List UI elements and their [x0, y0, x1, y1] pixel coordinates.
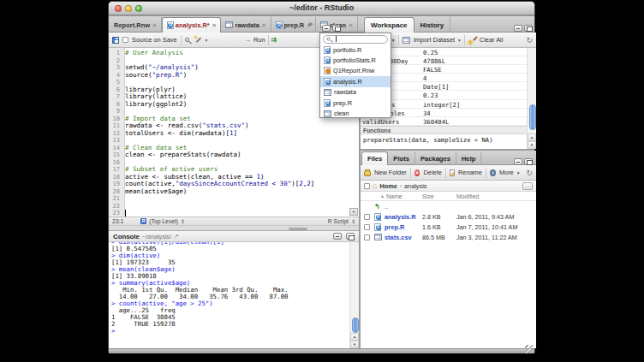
console-output[interactable]: > dim(active)[1]/dim(clean)[1][1] 0.5475… [109, 242, 359, 348]
scroll-up-icon[interactable] [528, 134, 536, 141]
search-icon[interactable] [185, 38, 189, 42]
run-arrow-icon[interactable] [244, 36, 251, 44]
minimize-pane-icon[interactable] [514, 25, 522, 32]
clear-all-broom-icon[interactable] [468, 36, 476, 44]
file-checkbox[interactable] [364, 224, 370, 230]
file-name[interactable]: stats.csv [385, 234, 412, 241]
dropdown-item[interactable]: clean [320, 108, 391, 118]
new-folder-button[interactable]: New Folder [374, 169, 407, 176]
minimize-pane-icon[interactable] [514, 158, 522, 165]
rename-icon[interactable] [450, 169, 455, 176]
minimize-pane-icon[interactable] [322, 25, 331, 32]
scroll-up-icon[interactable] [350, 333, 359, 341]
console-scrollbar[interactable] [349, 242, 359, 348]
file-row[interactable]: Ranalysis.R2.8 KBJan 6, 2011, 9:43 AM [361, 211, 536, 222]
source-on-save-checkbox[interactable] [122, 37, 128, 43]
tab-packages[interactable]: Packages [415, 151, 456, 165]
maximize-pane-icon[interactable] [524, 25, 533, 32]
files-breadcrumb: Home analysis [361, 181, 536, 192]
tab-plots[interactable]: Plots [388, 151, 415, 165]
file-name[interactable]: analysis.R [385, 213, 416, 221]
line-number: 14 [109, 145, 122, 152]
scrollbar-thumb[interactable] [352, 317, 359, 333]
dropdown-item[interactable]: RportfolioStats.R [320, 55, 391, 65]
run-button[interactable]: Run [253, 36, 265, 44]
column-modified[interactable]: Modified [456, 193, 479, 199]
scroll-down-icon[interactable] [528, 141, 536, 149]
window-titlebar[interactable]: ~/editor - RStudio [109, 2, 534, 15]
function-signature[interactable]: prepareStats(data, sampleSize = NA) [361, 134, 536, 144]
resize-grip[interactable] [525, 345, 534, 353]
home-icon[interactable] [373, 181, 377, 190]
ellipsis-button[interactable] [522, 182, 533, 190]
doc-type-label[interactable]: R Script [328, 218, 349, 224]
file-name[interactable]: prep.R [385, 223, 404, 231]
console-header: Console ~/analysis/ [109, 230, 359, 242]
import-dataset-button[interactable]: Import Dataset [414, 36, 455, 44]
tab-close-icon[interactable] [152, 21, 157, 29]
tab-close-icon[interactable] [262, 21, 266, 29]
tab-workspace[interactable]: Workspace [364, 17, 414, 33]
tab-close-icon[interactable] [349, 21, 353, 29]
gear-icon[interactable] [490, 169, 496, 176]
variable-name: validUsers [362, 118, 399, 126]
import-dataset-icon[interactable] [402, 37, 410, 44]
file-row[interactable]: Rprep.R1.6 KBJan 7, 2011, 10:41 AM [361, 222, 536, 232]
column-size[interactable]: Size [422, 193, 434, 199]
tab-close-icon[interactable] [212, 21, 217, 29]
refresh-icon[interactable] [526, 36, 533, 45]
tab-overflow-chevron-icon[interactable] [308, 20, 313, 28]
workspace-scrollbar[interactable] [527, 48, 536, 149]
file-checkbox[interactable] [364, 234, 370, 240]
dropdown-item[interactable]: Rprep.R [320, 98, 391, 108]
file-rows: ..Ranalysis.R2.8 KBJan 6, 2011, 9:43 AMR… [361, 201, 536, 242]
maximize-pane-icon[interactable] [332, 25, 341, 32]
code-text [122, 210, 126, 217]
more-button[interactable]: More [499, 169, 514, 176]
dropdown-item[interactable]: Ranalysis.R [320, 76, 391, 86]
dropdown-item-label: clean [334, 110, 349, 117]
rerun-icon[interactable] [271, 36, 277, 44]
editor-tab[interactable]: Report.Rnw [110, 17, 162, 33]
scope-label[interactable]: (Top Level) [149, 218, 178, 224]
up-directory-icon [374, 203, 380, 211]
dropdown-item[interactable]: rawdata [320, 87, 391, 98]
editor-tab[interactable]: Ranalysis.R* [162, 17, 222, 33]
dropdown-item[interactable]: Q1Report.Rnw [320, 66, 391, 76]
tab-help[interactable]: Help [456, 151, 481, 165]
tab-history[interactable]: History [414, 17, 451, 33]
editor-scroll-down-icon[interactable] [349, 208, 358, 216]
delete-icon[interactable] [414, 169, 420, 176]
r-file-icon: R [167, 21, 174, 29]
file-checkbox[interactable] [364, 214, 370, 220]
scroll-down-icon[interactable] [350, 341, 359, 348]
sort-asc-icon[interactable] [380, 193, 385, 199]
file-name[interactable]: .. [385, 203, 388, 211]
refresh-icon[interactable] [526, 169, 533, 177]
column-name[interactable]: Name [386, 193, 402, 199]
breadcrumb-folder[interactable]: analysis [404, 182, 426, 190]
save-icon[interactable] [112, 37, 119, 44]
open-folder-icon[interactable] [174, 233, 179, 240]
clear-all-button[interactable]: Clear All [480, 36, 504, 44]
line-number: 17 [109, 166, 122, 174]
dropdown-item[interactable]: Rportfolio.R [320, 45, 391, 55]
rename-button[interactable]: Rename [458, 169, 482, 176]
maximize-pane-icon[interactable] [346, 233, 355, 240]
search-input[interactable] [323, 35, 388, 44]
new-folder-icon[interactable] [364, 171, 371, 176]
file-row[interactable]: .. [361, 201, 536, 211]
scope-stepper-icon[interactable] [181, 218, 185, 224]
select-all-checkbox[interactable] [364, 183, 370, 189]
editor-tab[interactable]: rawdata [221, 17, 271, 33]
maximize-pane-icon[interactable] [524, 158, 533, 165]
scrollbar-thumb[interactable] [529, 104, 536, 130]
code-token: ] [233, 129, 237, 137]
code-tools-wand-icon[interactable] [194, 36, 202, 44]
tab-files[interactable]: Files [361, 151, 388, 165]
doctype-stepper-icon[interactable] [351, 218, 355, 224]
delete-button[interactable]: Delete [423, 169, 441, 176]
breadcrumb-home[interactable]: Home [379, 182, 397, 190]
file-row[interactable]: stats.csv86.5 MBJan 3, 2011, 11:22 AM [361, 232, 536, 242]
minimize-pane-icon[interactable] [333, 233, 342, 240]
